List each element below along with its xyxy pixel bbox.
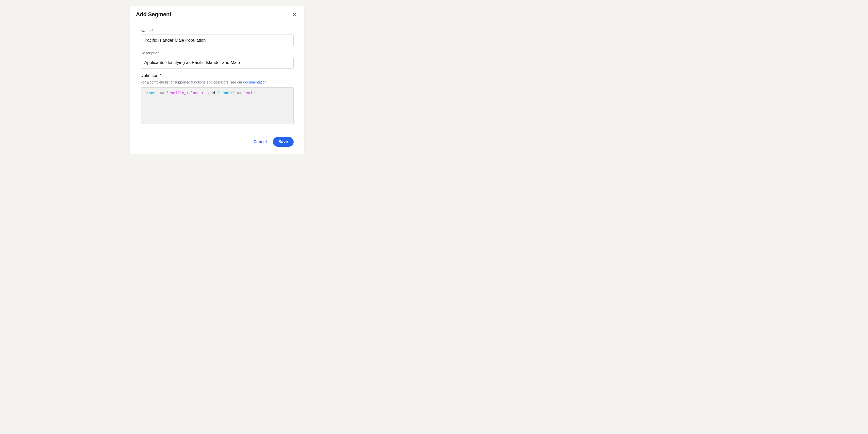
help-prefix: For a complete list of supported functio… [141, 80, 243, 84]
name-label: Name * [141, 28, 293, 33]
code-token-keyword: and [206, 91, 217, 95]
modal-header: Add Segment [130, 6, 304, 23]
code-token-string: 'Male' [244, 91, 257, 95]
add-segment-modal: Add Segment Name * Description Definitio… [130, 6, 304, 154]
modal-body: Name * Description Definition * For a co… [130, 23, 304, 131]
definition-label: Definition * [141, 73, 293, 78]
cancel-button[interactable]: Cancel [251, 137, 269, 147]
field-name: Name * [141, 28, 293, 46]
close-icon [292, 12, 297, 17]
field-description: Description [141, 51, 293, 68]
close-button[interactable] [291, 11, 298, 18]
field-definition: Definition * For a complete list of supp… [141, 73, 293, 124]
code-token-string: 'Pacific_Islander' [166, 91, 206, 95]
definition-help: For a complete list of supported functio… [141, 80, 293, 84]
description-input[interactable] [141, 57, 293, 68]
save-button[interactable]: Save [273, 137, 293, 147]
name-input[interactable] [141, 34, 293, 46]
description-label: Description [141, 51, 293, 55]
documentation-link[interactable]: documentation [243, 80, 267, 84]
code-token-field: "race" [145, 91, 158, 95]
code-token-op: == [235, 91, 244, 95]
help-suffix: . [267, 80, 268, 84]
modal-title: Add Segment [136, 11, 172, 18]
code-token-field: "gender" [217, 91, 235, 95]
definition-editor[interactable]: "race" == 'Pacific_Islander' and "gender… [141, 87, 293, 124]
modal-footer: Cancel Save [130, 131, 304, 154]
code-token-op: == [158, 91, 166, 95]
